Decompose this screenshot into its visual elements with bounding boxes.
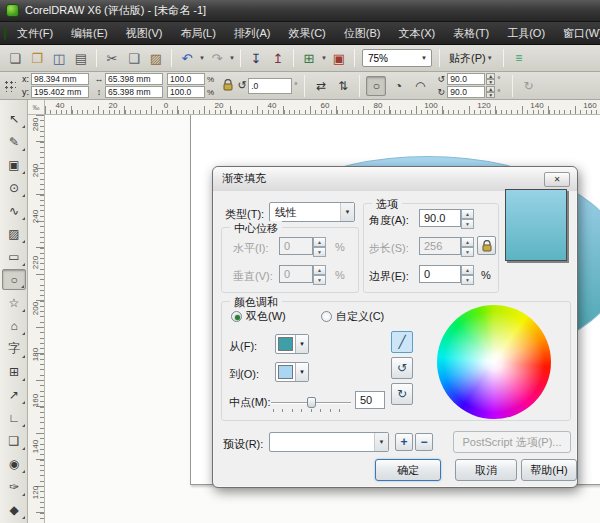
undo-button[interactable]: ↶ — [176, 47, 198, 69]
menu-item[interactable]: 视图(V) — [117, 22, 172, 45]
cancel-button[interactable]: 取消 — [455, 459, 517, 481]
arc-mode-button[interactable]: ◠ — [410, 76, 430, 96]
vertical-ruler[interactable]: 280260240220200180160140120 — [28, 115, 45, 523]
smart-fill-tool[interactable]: ▨ — [2, 223, 26, 244]
snap-to-button[interactable]: 贴齐(P) ▼ — [444, 48, 499, 68]
text-tool[interactable]: 字 — [2, 338, 26, 359]
menu-item[interactable]: 排列(A) — [225, 22, 280, 45]
change-direction-button[interactable]: ↻ — [519, 76, 539, 96]
scale-h-field[interactable]: 100.0 — [167, 73, 205, 85]
mirror-vertical-button[interactable]: ⇅ — [333, 76, 353, 96]
paste-button[interactable]: ▨ — [145, 47, 167, 69]
chevron-down-icon[interactable]: ▼ — [295, 363, 308, 381]
to-color-picker[interactable]: ▼ — [275, 362, 309, 382]
zoom-level-combo[interactable]: 75% ▼ — [362, 49, 432, 67]
custom-radio[interactable]: 自定义(C) — [321, 309, 384, 324]
y-position-field[interactable]: 195.402 mm — [31, 86, 89, 98]
menu-item[interactable]: 效果(C) — [280, 22, 335, 45]
spinner-buttons[interactable]: ▲▼ — [461, 265, 474, 283]
document-menu-icon[interactable] — [4, 27, 6, 40]
export-button[interactable]: ↥ — [267, 47, 289, 69]
connector-tool[interactable]: ∟ — [2, 407, 26, 428]
scale-v-field[interactable]: 100.0 — [167, 86, 205, 98]
mid-point-slider[interactable] — [271, 397, 351, 409]
menu-item[interactable]: 布局(L) — [171, 22, 224, 45]
counterclockwise-path-button[interactable]: ↺ — [391, 357, 413, 379]
cut-button[interactable]: ✂ — [101, 47, 123, 69]
options-button[interactable]: ≡ — [508, 47, 530, 69]
dimension-tool[interactable]: ↗ — [2, 384, 26, 405]
crop-tool[interactable]: ▣ — [2, 154, 26, 175]
pick-tool[interactable]: ↖ — [2, 108, 26, 129]
color-wheel[interactable] — [437, 305, 551, 419]
eyedropper-tool[interactable]: ✑ — [2, 476, 26, 497]
pie-mode-button[interactable]: ◔ — [388, 76, 408, 96]
dialog-close-button[interactable]: ✕ — [544, 172, 570, 187]
copy-button[interactable]: ❑ — [123, 47, 145, 69]
redo-button[interactable]: ↷ — [206, 47, 228, 69]
lock-ratio-icon[interactable] — [223, 79, 233, 93]
ellipse-mode-button[interactable]: ○ — [366, 76, 386, 96]
steps-lock-button[interactable] — [477, 236, 496, 255]
table-tool[interactable]: ⊞ — [2, 361, 26, 382]
x-position-field[interactable]: 98.394 mm — [31, 73, 89, 85]
two-color-radio[interactable]: 双色(W) — [231, 309, 286, 324]
rotation-angle-field[interactable]: .0 — [248, 78, 292, 94]
ok-button[interactable]: 确定 — [375, 459, 441, 481]
menu-item[interactable]: 编辑(E) — [62, 22, 117, 45]
horizontal-ruler[interactable]: 4020020406080100120140160 — [45, 100, 600, 115]
contour-tool[interactable]: ◉ — [2, 453, 26, 474]
rectangle-tool[interactable]: ▭ — [2, 246, 26, 267]
menu-item[interactable]: 窗口(W) — [554, 22, 600, 45]
chevron-down-icon[interactable]: ▼ — [340, 203, 354, 221]
mirror-horizontal-button[interactable]: ⇄ — [311, 76, 331, 96]
object-origin-grid[interactable] — [4, 80, 16, 92]
drop-shadow-tool[interactable]: ❑ — [2, 430, 26, 451]
new-button[interactable]: ❏ — [4, 47, 26, 69]
chevron-down-icon[interactable]: ▼ — [320, 55, 328, 61]
spinner-buttons[interactable]: ▲▼ — [461, 209, 474, 227]
menu-item[interactable]: 表格(T) — [444, 22, 498, 45]
menu-item[interactable]: 工具(O) — [498, 22, 554, 45]
start-angle-field[interactable]: 90.0 — [447, 73, 485, 85]
edge-pad-spinner[interactable]: 0 ▲▼ — [419, 265, 474, 283]
welcome-screen-button[interactable]: ▣ — [328, 47, 350, 69]
type-combo[interactable]: 线性 ▼ — [269, 202, 355, 222]
end-angle-field[interactable]: 90.0 — [447, 86, 485, 98]
open-button[interactable]: ❐ — [26, 47, 48, 69]
menu-item[interactable]: 文本(X) — [389, 22, 444, 45]
basic-shapes-tool[interactable]: ⌂ — [2, 315, 26, 336]
chevron-down-icon[interactable]: ▼ — [198, 55, 206, 61]
menu-item[interactable]: 位图(B) — [335, 22, 390, 45]
spinner-buttons[interactable]: ▲▼ — [486, 73, 495, 85]
freehand-tool[interactable]: ∿ — [2, 200, 26, 221]
ellipse-tool[interactable]: ○ — [2, 269, 26, 290]
outline-pen-tool[interactable]: ◆ — [2, 499, 26, 520]
zoom-tool[interactable]: ⊙ — [2, 177, 26, 198]
save-button[interactable]: ◫ — [48, 47, 70, 69]
shape-tool[interactable]: ✎ — [2, 131, 26, 152]
angle-spinner[interactable]: 90.0 ▲▼ — [419, 209, 474, 227]
spinner-buttons[interactable]: ▲▼ — [486, 86, 495, 98]
menu-item[interactable]: 文件(F) — [8, 22, 62, 45]
add-preset-button[interactable]: + — [395, 433, 413, 451]
ruler-origin-corner[interactable]: ‰ — [28, 100, 45, 115]
print-button[interactable]: ▤ — [70, 47, 92, 69]
slider-thumb[interactable] — [307, 397, 316, 408]
chevron-down-icon[interactable]: ▼ — [486, 55, 494, 61]
chevron-down-icon[interactable]: ▼ — [417, 50, 431, 66]
direct-path-button[interactable]: ╱ — [391, 331, 413, 353]
chevron-down-icon[interactable]: ▼ — [295, 335, 308, 353]
presets-combo[interactable]: ▼ — [269, 432, 389, 452]
drawing-canvas[interactable]: 渐变填充 ✕ 类型(T): 线性 ▼ 中心位移 水平(I): 0 ▲▼ — [45, 115, 600, 523]
from-color-picker[interactable]: ▼ — [275, 334, 309, 354]
dialog-title-bar[interactable]: 渐变填充 — [213, 167, 577, 191]
application-launcher-button[interactable]: ⊞ — [298, 47, 320, 69]
clockwise-path-button[interactable]: ↻ — [391, 383, 413, 405]
polygon-tool[interactable]: ☆ — [2, 292, 26, 313]
object-width-field[interactable]: 65.398 mm — [105, 73, 163, 85]
chevron-down-icon[interactable]: ▼ — [228, 55, 236, 61]
object-height-field[interactable]: 65.398 mm — [105, 86, 163, 98]
help-button[interactable]: 帮助(H) — [521, 459, 577, 481]
mid-point-field[interactable]: 50 — [355, 391, 385, 409]
